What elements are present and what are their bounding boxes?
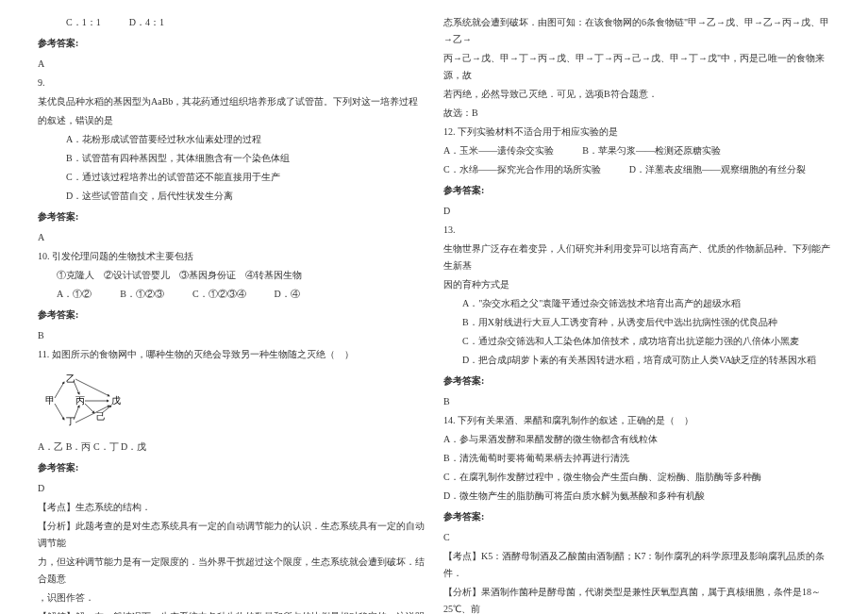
- diagram-jia: 甲: [45, 395, 55, 406]
- q13-d: D．把合成β胡萝卜素的有关基因转进水稻，培育成可防止人类VA缺乏症的转基因水稻: [443, 352, 830, 369]
- q12-row2: C．水绵——探究光合作用的场所实验 D．洋葱表皮细胞——观察细胞的有丝分裂: [443, 161, 830, 178]
- q9-b: B．试管苗有四种基因型，其体细胞含有一个染色体组: [38, 150, 425, 167]
- q14-kaodian: 【考点】K5：酒酵母制酒及乙酸菌由酒制醋；K7：制作腐乳的科学原理及影响腐乳品质…: [443, 548, 830, 582]
- q12-answer-label: 参考答案:: [443, 182, 830, 199]
- diagram-wu: 戊: [111, 395, 121, 406]
- q10-opts1: ①克隆人 ②设计试管婴儿 ③基因身份证 ④转基因生物: [38, 267, 425, 284]
- q12-b: B．苹果匀浆——检测还原糖实验: [582, 142, 721, 159]
- q12-d: D．洋葱表皮细胞——观察细胞的有丝分裂: [629, 161, 806, 178]
- svg-line-3: [74, 406, 79, 420]
- q14-fenxi1: 【分析】果酒制作菌种是酵母菌，代谢类型是兼性厌氧型真菌，属于真核细胞，条件是18…: [443, 584, 830, 614]
- svg-line-5: [85, 404, 94, 413]
- q11-answer-label: 参考答案:: [38, 459, 425, 476]
- q10-answer-label: 参考答案:: [38, 307, 425, 324]
- svg-line-0: [55, 382, 64, 398]
- q14-c: C．在腐乳制作发酵过程中，微生物会产生蛋白酶、淀粉酶、脂肪酶等多种酶: [443, 469, 830, 486]
- q12-answer: D: [443, 203, 830, 220]
- q11-cont1: 态系统就会遭到破坏．由图可知：在该食物网的6条食物链"甲→乙→戊、甲→乙→丙→戊…: [443, 14, 830, 48]
- q9-text1: 某优良品种水稻的基因型为AaBb，其花药通过组织培养形成了试管苗。下列对这一培养…: [38, 93, 425, 110]
- q12-a: A．玉米——遗传杂交实验: [443, 142, 554, 159]
- q12-row1: A．玉米——遗传杂交实验 B．苹果匀浆——检测还原糖实验: [443, 142, 830, 159]
- q11-opts: A．乙 B．丙 C．丁 D．戊: [38, 439, 425, 456]
- q12-text: 12. 下列实验材料不适合用于相应实验的是: [443, 124, 830, 141]
- q10-a: A．①②: [57, 286, 92, 303]
- q13-a: A．"杂交水稻之父"袁隆平通过杂交筛选技术培育出高产的超级水稻: [443, 295, 830, 312]
- q13-text2: 因的育种方式是: [443, 276, 830, 293]
- q14-text: 14. 下列有关果酒、果醋和腐乳制作的叙述，正确的是（ ）: [443, 412, 830, 429]
- q12-c: C．水绵——探究光合作用的场所实验: [443, 161, 601, 178]
- q13-answer: B: [443, 393, 830, 410]
- q9-d: D．这些试管苗自交，后代性状发生分离: [38, 188, 425, 205]
- q14-a: A．参与果酒发酵和果醋发酵的微生物都含有线粒体: [443, 431, 830, 448]
- q11-cont4: 故选：B: [443, 105, 830, 122]
- q8-options: C．1：1 D．4：1: [38, 14, 425, 31]
- q11-kaodian: 【考点】生态系统的结构．: [38, 499, 425, 516]
- q11-cont3: 若丙绝，必然导致己灭绝．可见，选项B符合题意．: [443, 86, 830, 103]
- svg-line-1: [55, 404, 64, 420]
- q11-cont2: 丙→己→戊、甲→丁→丙→戊、甲→丁→丙→己→戊、甲→丁→戊"中，丙是己唯一的食物…: [443, 50, 830, 84]
- q14-answer: C: [443, 529, 830, 546]
- diagram-ding: 丁: [66, 416, 75, 426]
- q9-num: 9.: [38, 75, 425, 91]
- q8-answer-label: 参考答案:: [38, 35, 425, 52]
- q10-text: 10. 引发伦理问题的生物技术主要包括: [38, 248, 425, 265]
- q13-text1: 生物世界广泛存在着变异，人们研究并利用变异可以培育高产、优质的作物新品种。下列能…: [443, 241, 830, 274]
- q13-answer-label: 参考答案:: [443, 373, 830, 390]
- q9-text2: 的叙述，错误的是: [38, 112, 425, 129]
- q10-options: A．①② B．①②③ C．①②③④ D．④: [38, 286, 425, 303]
- q10-b: B．①②③: [120, 286, 164, 303]
- q11-fenxi1: 【分析】此题考查的是对生态系统具有一定的自动调节能力的认识．生态系统具有一定的自…: [38, 518, 425, 552]
- q14-b: B．清洗葡萄时要将葡萄果柄去掉再进行清洗: [443, 450, 830, 467]
- q14-answer-label: 参考答案:: [443, 508, 830, 525]
- q13-c: C．通过杂交筛选和人工染色体加倍技术，成功培育出抗逆能力强的八倍体小黑麦: [443, 333, 830, 350]
- svg-line-2: [74, 381, 79, 394]
- diagram-bing: 丙: [75, 395, 85, 406]
- q11-text: 11. 如图所示的食物网中，哪种生物的灭绝会导致另一种生物随之灭绝（ ）: [38, 346, 425, 363]
- q9-answer-label: 参考答案:: [38, 208, 425, 225]
- q8-answer: A: [38, 56, 425, 73]
- q13-num: 13.: [443, 222, 830, 239]
- svg-line-7: [75, 379, 109, 396]
- q11-jieda1: 【解答】解：在一般情况下，生态系统中各种生物的数量和所占的比例是相对稳定的．这说…: [38, 608, 425, 614]
- q13-b: B．用X射线进行大豆人工诱变育种，从诱变后代中选出抗病性强的优良品种: [443, 314, 830, 331]
- q8-c: C．1：1: [66, 14, 101, 31]
- food-web-diagram: 甲 乙 丙 丁 戊 己: [38, 368, 132, 434]
- q11-fenxi2: 力，但这种调节能力是有一定限度的．当外界干扰超过这个限度，生态系统就会遭到破坏．…: [38, 554, 425, 588]
- q10-c: C．①②③④: [192, 286, 246, 303]
- q14-d: D．微生物产生的脂肪酶可将蛋白质水解为氨基酸和多种有机酸: [443, 488, 830, 505]
- q11-fenxi3: ，识图作答．: [38, 589, 425, 606]
- q10-answer: B: [38, 327, 425, 344]
- q9-a: A．花粉形成试管苗要经过秋水仙素处理的过程: [38, 131, 425, 148]
- q11-answer: D: [38, 480, 425, 497]
- q8-d: D．4：1: [129, 14, 164, 31]
- q9-c: C．通过该过程培养出的试管苗还不能直接用于生产: [38, 169, 425, 186]
- q9-answer: A: [38, 229, 425, 246]
- q10-d: D．④: [275, 286, 300, 303]
- diagram-ji: 己: [96, 411, 106, 422]
